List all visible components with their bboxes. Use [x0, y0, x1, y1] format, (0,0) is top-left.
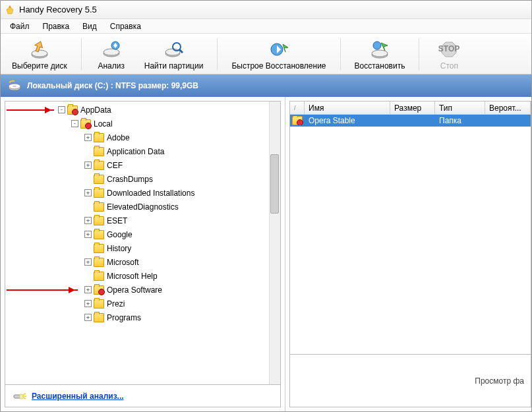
svg-point-13: [372, 50, 388, 57]
toolbar-separator: [340, 38, 341, 70]
folder-icon: [94, 202, 104, 212]
stop-label: Стоп: [440, 61, 458, 71]
title-bar: Handy Recovery 5.5: [1, 1, 531, 19]
tree-node[interactable]: CrashDumps: [7, 172, 280, 186]
tree-node-label: Local: [94, 119, 113, 129]
expand-icon[interactable]: +: [84, 134, 92, 141]
tree-node[interactable]: Application Data: [7, 144, 280, 158]
folder-icon: [94, 133, 104, 142]
column-probability[interactable]: Вероят...: [485, 102, 531, 114]
column-sort[interactable]: /: [290, 102, 305, 114]
svg-point-14: [373, 42, 381, 49]
tree-node[interactable]: +ESET: [7, 214, 280, 227]
advanced-analysis-bar: Расширенный анализ...: [5, 385, 281, 407]
folder-icon: [94, 258, 104, 267]
annotation-arrow: [7, 109, 54, 111]
tree-view[interactable]: -AppData-Local+AdobeApplication Data+CEF…: [5, 101, 281, 385]
list-header: / Имя Размер Тип Вероят...: [290, 102, 531, 115]
restore-icon: [369, 39, 390, 60]
folder-recoverable-icon: [290, 116, 305, 125]
expand-icon[interactable]: +: [84, 162, 92, 169]
menu-help[interactable]: Справка: [103, 20, 148, 32]
expand-icon[interactable]: +: [84, 189, 92, 196]
menu-file[interactable]: Файл: [3, 20, 36, 32]
tree-node-label: Prezi: [107, 299, 125, 309]
stop-button[interactable]: STOP Стоп: [426, 37, 472, 73]
folder-icon: [94, 147, 104, 156]
tree-node[interactable]: ElevatedDiagnostics: [7, 200, 280, 214]
find-partitions-label: Найти партиции: [144, 61, 204, 71]
folder-recoverable-icon: [94, 285, 104, 295]
menu-edit[interactable]: Правка: [36, 20, 76, 32]
quick-restore-icon: [268, 39, 289, 60]
collapse-icon[interactable]: -: [71, 120, 78, 127]
find-partitions-button[interactable]: Найти партиции: [137, 37, 211, 73]
right-pane: / Имя Размер Тип Вероят... Opera StableП…: [285, 97, 531, 411]
tree-node[interactable]: +Programs: [7, 310, 280, 324]
collapse-icon[interactable]: -: [58, 106, 65, 113]
tree-node[interactable]: Microsoft Help: [7, 269, 280, 283]
column-type[interactable]: Тип: [435, 102, 485, 114]
analyze-button[interactable]: Анализ: [88, 37, 134, 73]
analyze-label: Анализ: [98, 61, 125, 71]
tree-node[interactable]: +Downloaded Installations: [7, 186, 280, 200]
tree-node-label: CEF: [107, 161, 123, 170]
expand-icon[interactable]: +: [84, 231, 92, 238]
tree-node[interactable]: +CEF: [7, 158, 280, 172]
tree-node[interactable]: +Microsoft: [7, 255, 280, 269]
stop-icon: STOP: [438, 39, 459, 60]
tree-node-label: History: [107, 244, 131, 253]
preview-label: Просмотр фа: [475, 376, 524, 386]
tree-node-label: AppData: [80, 105, 111, 115]
restore-button[interactable]: Восстановить: [347, 37, 413, 73]
tree-node[interactable]: +Prezi: [7, 297, 280, 310]
quick-restore-button[interactable]: Быстрое Восстановление: [224, 37, 333, 73]
tree-node-label: Opera Software: [107, 285, 162, 295]
expand-icon[interactable]: +: [84, 314, 92, 321]
folder-icon: [94, 216, 104, 225]
main-area: -AppData-Local+AdobeApplication Data+CEF…: [1, 97, 531, 411]
menu-view[interactable]: Вид: [76, 20, 103, 32]
column-size[interactable]: Размер: [390, 102, 435, 114]
expand-icon[interactable]: +: [84, 300, 92, 307]
cell-type: Папка: [435, 116, 485, 125]
expand-icon[interactable]: +: [84, 217, 92, 224]
analyze-icon: [101, 39, 122, 60]
flashlight-icon: [12, 389, 26, 403]
list-row[interactable]: Opera StableПапка: [290, 115, 531, 127]
quick-restore-label: Быстрое Восстановление: [231, 61, 326, 71]
disk-header-text: Локальный диск (C:) : NTFS размер: 99,9G…: [27, 81, 198, 90]
tree-node-label: Downloaded Installations: [107, 189, 194, 198]
folder-icon: [94, 272, 104, 281]
select-disk-icon: [29, 39, 50, 60]
svg-point-7: [165, 49, 180, 55]
file-list[interactable]: / Имя Размер Тип Вероят... Opera StableП…: [289, 101, 531, 355]
advanced-analysis-link[interactable]: Расширенный анализ...: [32, 392, 124, 401]
scrollbar-track[interactable]: [269, 102, 280, 384]
tree-node-label: Adobe: [107, 133, 130, 142]
tree-node[interactable]: +Google: [7, 227, 280, 241]
disk-icon: [7, 78, 22, 93]
select-disk-button[interactable]: Выберите диск: [5, 37, 74, 73]
expand-icon[interactable]: +: [84, 258, 92, 266]
tree-node[interactable]: -Local: [7, 117, 280, 131]
annotation-arrow: [7, 289, 78, 291]
select-disk-label: Выберите диск: [12, 61, 67, 71]
folder-icon: [94, 161, 104, 170]
folder-icon: [94, 230, 104, 239]
scrollbar-thumb[interactable]: [270, 154, 279, 214]
tree-node-label: Microsoft: [107, 258, 139, 267]
tree-node-label: ElevatedDiagnostics: [107, 202, 179, 212]
column-name[interactable]: Имя: [305, 102, 390, 114]
find-partitions-icon: [163, 39, 185, 60]
folder-icon: [94, 189, 104, 198]
tree-node[interactable]: History: [7, 241, 280, 255]
tree-node-label: Programs: [107, 313, 141, 322]
expand-icon[interactable]: +: [84, 286, 92, 293]
svg-text:STOP: STOP: [438, 44, 459, 53]
app-logo-icon: [5, 5, 15, 15]
tree-node[interactable]: +Adobe: [7, 131, 280, 144]
folder-icon: [94, 313, 104, 322]
tree-node-label: Microsoft Help: [107, 272, 158, 281]
cell-name: Opera Stable: [305, 116, 390, 125]
